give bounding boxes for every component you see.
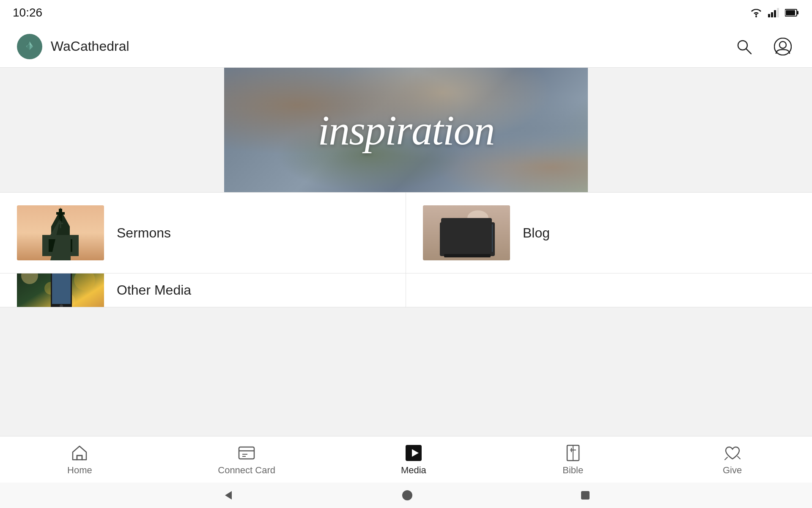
svg-rect-38 <box>239 447 254 459</box>
status-icons <box>749 8 799 17</box>
nav-bible[interactable]: Bible <box>539 439 607 480</box>
hero-banner: inspiration <box>224 68 588 192</box>
svg-rect-26 <box>442 224 493 252</box>
svg-rect-20 <box>56 212 65 215</box>
svg-rect-21 <box>42 235 79 256</box>
app-bar: WaCathedral <box>0 25 812 68</box>
grid-item-empty <box>406 273 812 307</box>
media-icon <box>404 444 423 462</box>
svg-rect-25 <box>440 222 495 256</box>
search-button[interactable] <box>732 35 755 58</box>
blog-label: Blog <box>523 225 550 241</box>
nav-media[interactable]: Media <box>380 439 447 480</box>
app-bar-right <box>732 34 795 59</box>
sermons-label: Sermons <box>117 225 171 241</box>
svg-rect-23 <box>64 239 72 252</box>
svg-marker-48 <box>225 491 232 500</box>
wifi-icon <box>749 8 763 17</box>
bible-icon <box>564 444 582 462</box>
android-back-button[interactable] <box>218 486 238 505</box>
give-icon <box>723 444 742 462</box>
svg-rect-22 <box>49 239 57 252</box>
blog-item[interactable]: Blog <box>406 193 812 273</box>
android-recents-icon <box>580 490 590 500</box>
profile-button[interactable] <box>771 34 795 59</box>
nav-media-label: Media <box>401 465 426 476</box>
nav-connect-card[interactable]: Connect Card <box>205 439 288 480</box>
svg-rect-3 <box>774 10 776 17</box>
android-home-icon <box>402 490 413 501</box>
hero-text: inspiration <box>318 106 494 155</box>
give-icon-container <box>723 444 742 462</box>
phone-svg <box>17 273 104 307</box>
svg-rect-7 <box>786 10 795 15</box>
svg-rect-6 <box>797 11 798 14</box>
android-recents-button[interactable] <box>577 487 594 504</box>
status-bar: 10:26 <box>0 0 812 25</box>
svg-rect-1 <box>768 14 770 17</box>
svg-rect-35 <box>52 273 71 304</box>
svg-rect-19 <box>59 209 62 221</box>
connect-card-icon-container <box>237 444 256 462</box>
status-time: 10:26 <box>13 6 42 19</box>
svg-point-14 <box>774 38 791 55</box>
other-media-image <box>17 273 104 307</box>
church-thumbnail <box>17 205 104 260</box>
app-bar-left: WaCathedral <box>17 34 129 59</box>
connect-card-icon <box>237 444 256 462</box>
svg-line-13 <box>746 49 751 54</box>
svg-rect-27 <box>444 254 491 257</box>
sermons-item[interactable]: Sermons <box>0 193 406 273</box>
nav-home-label: Home <box>67 465 92 476</box>
media-grid: Sermons <box>0 192 812 307</box>
bible-icon-container <box>564 444 582 462</box>
nav-give[interactable]: Give <box>699 439 766 480</box>
svg-point-15 <box>779 41 786 48</box>
other-media-label: Other Media <box>117 282 191 298</box>
svg-point-28 <box>467 210 488 226</box>
nav-connect-card-label: Connect Card <box>218 465 275 476</box>
nav-home[interactable]: Home <box>46 439 113 480</box>
home-icon-container <box>70 444 89 462</box>
android-back-icon <box>222 489 234 502</box>
bottom-nav: Home Connect Card Media <box>0 436 812 483</box>
svg-point-0 <box>755 16 757 17</box>
nav-give-label: Give <box>723 465 742 476</box>
app-logo <box>17 34 42 59</box>
svg-rect-4 <box>777 8 779 17</box>
media-icon-container <box>404 444 423 462</box>
svg-point-49 <box>402 490 412 500</box>
signal-icon <box>768 8 780 17</box>
home-icon <box>70 444 89 462</box>
svg-rect-50 <box>581 491 590 500</box>
svg-rect-2 <box>771 12 773 17</box>
nav-bible-label: Bible <box>562 465 583 476</box>
blog-image <box>423 205 510 260</box>
android-home-button[interactable] <box>398 486 416 504</box>
sermons-image <box>17 205 104 260</box>
laptop-thumbnail <box>423 205 510 260</box>
laptop-svg <box>423 205 510 260</box>
logo-icon <box>21 38 38 55</box>
church-svg <box>17 205 104 260</box>
svg-rect-37 <box>77 456 82 460</box>
main-content: inspiration <box>0 68 812 440</box>
profile-icon <box>774 38 792 55</box>
other-media-item[interactable]: Other Media <box>0 273 406 307</box>
battery-icon <box>785 8 799 17</box>
phone-thumbnail <box>17 273 104 307</box>
search-icon <box>736 39 752 55</box>
android-bar <box>0 483 812 508</box>
app-title: WaCathedral <box>51 39 129 54</box>
